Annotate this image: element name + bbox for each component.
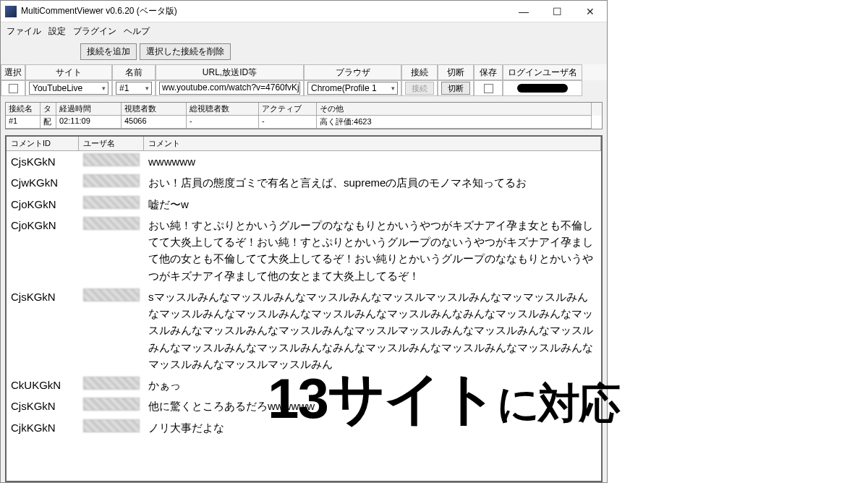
name-dropdown[interactable]: #1: [116, 82, 152, 95]
connection-header: 選択 サイト 名前 URL,放送ID等 ブラウザ 接続 切断 保存 ログインユー…: [1, 64, 607, 80]
comment-text: おい純！すとぷりとかいうグループのななもりとかいうやつがキズナアイ孕ま女とも不倫…: [144, 215, 601, 286]
comment-col-user: ユーザ名: [79, 137, 144, 150]
comment-user: [79, 417, 144, 438]
app-window: MultiCommentViewer v0.6.20 (ベータ版) — ☐ ✕ …: [0, 0, 608, 483]
stats-panel: 接続名 タ 経過時間 視聴者数 総視聴者数 アクティブ その他 #1 配 02:…: [5, 102, 603, 129]
stat-col-other: その他: [317, 103, 592, 116]
comment-text: かぁっ: [144, 374, 601, 395]
stat-active: -: [259, 116, 317, 129]
connect-button[interactable]: 接続: [405, 82, 434, 95]
col-login: ログインユーザ名: [503, 64, 582, 80]
col-name: 名前: [112, 64, 156, 80]
comment-col-text: コメント: [144, 137, 601, 150]
comment-row[interactable]: CjkKGkNノリ大事だよな: [7, 417, 601, 438]
menu-help[interactable]: ヘルプ: [124, 25, 150, 38]
disconnect-button[interactable]: 切断: [441, 82, 470, 95]
minimize-button[interactable]: —: [507, 1, 540, 22]
comments-panel: コメントID ユーザ名 コメント CjsKGkNwwwwwwCjwKGkNおい！…: [5, 135, 603, 482]
comment-user: [79, 151, 144, 172]
comments-body[interactable]: CjsKGkNwwwwwwCjwKGkNおい！店員の態度ゴミで有名と言えば、su…: [7, 151, 601, 481]
comment-row[interactable]: CjsKGkNwwwwww: [7, 151, 601, 172]
comment-id: CjwKGkN: [7, 172, 79, 193]
comment-id: CjsKGkN: [7, 151, 79, 172]
comment-id: CjsKGkN: [7, 286, 79, 374]
user-redacted: [83, 153, 140, 166]
col-disconnect: 切断: [438, 64, 474, 80]
login-user-redacted: [517, 84, 568, 93]
close-button[interactable]: ✕: [574, 1, 607, 22]
stat-col-type: タ: [41, 103, 56, 116]
stat-viewers: 45066: [122, 116, 187, 129]
comment-col-id: コメントID: [7, 137, 79, 150]
user-redacted: [83, 217, 140, 230]
comment-text: ノリ大事だよな: [144, 417, 601, 438]
stat-total: -: [187, 116, 259, 129]
comment-user: [79, 395, 144, 416]
comment-id: CkUKGkN: [7, 374, 79, 395]
stat-other: 高く評価:4623: [317, 116, 592, 129]
app-icon: [5, 6, 17, 17]
col-site: サイト: [25, 64, 112, 80]
save-checkbox[interactable]: [484, 84, 493, 93]
stat-name: #1: [6, 116, 41, 129]
comment-text: 嘘だ〜w: [144, 194, 601, 215]
user-redacted: [83, 288, 140, 301]
stat-col-viewers: 視聴者数: [122, 103, 187, 116]
menubar: ファイル 設定 プラグイン ヘルプ: [1, 22, 607, 40]
col-connect: 接続: [401, 64, 438, 80]
col-browser: ブラウザ: [304, 64, 401, 80]
menu-plugin[interactable]: プラグイン: [73, 25, 116, 38]
comment-user: [79, 194, 144, 215]
select-checkbox[interactable]: [9, 84, 18, 93]
toolbar: 接続を追加 選択した接続を削除: [1, 40, 607, 64]
comment-row[interactable]: CjsKGkNsマッスルみんなマッスルみんなマッスルみんなマッスルマッスルみんな…: [7, 286, 601, 374]
menu-settings[interactable]: 設定: [48, 25, 66, 38]
comment-row[interactable]: CjoKGkNおい純！すとぷりとかいうグループのななもりとかいうやつがキズナアイ…: [7, 215, 601, 286]
maximize-button[interactable]: ☐: [540, 1, 574, 22]
stat-col-total: 総視聴者数: [187, 103, 259, 116]
add-connection-button[interactable]: 接続を追加: [80, 43, 137, 60]
comment-id: CjkKGkN: [7, 417, 79, 438]
user-redacted: [83, 419, 140, 432]
comment-text: sマッスルみんなマッスルみんなマッスルみんなマッスルマッスルみんなマッマッスルみ…: [144, 286, 601, 374]
stat-col-name: 接続名: [6, 103, 41, 116]
comment-user: [79, 286, 144, 374]
stat-col-active: アクティブ: [259, 103, 317, 116]
delete-connection-button[interactable]: 選択した接続を削除: [140, 43, 231, 60]
user-redacted: [83, 398, 140, 411]
connection-row: YouTubeLive #1 ww.youtube.com/watch?v=47…: [1, 80, 607, 96]
menu-file[interactable]: ファイル: [7, 25, 41, 38]
stat-elapsed: 02:11:09: [56, 116, 122, 129]
browser-dropdown[interactable]: Chrome(Profile 1: [307, 82, 398, 95]
stat-type: 配: [41, 116, 56, 129]
titlebar: MultiCommentViewer v0.6.20 (ベータ版) — ☐ ✕: [1, 1, 607, 22]
comment-user: [79, 215, 144, 286]
user-redacted: [83, 174, 140, 187]
comment-id: CjsKGkN: [7, 395, 79, 416]
stats-row: #1 配 02:11:09 45066 - - 高く評価:4623: [6, 116, 602, 129]
comment-row[interactable]: CkUKGkNかぁっ: [7, 374, 601, 395]
comment-row[interactable]: CjoKGkN嘘だ〜w: [7, 194, 601, 215]
user-redacted: [83, 196, 140, 209]
col-select: 選択: [1, 64, 25, 80]
comment-user: [79, 172, 144, 193]
window-title: MultiCommentViewer v0.6.20 (ベータ版): [21, 5, 507, 17]
site-dropdown[interactable]: YouTubeLive: [29, 82, 109, 95]
comment-text: 他に驚くところあるだろwwwwww: [144, 395, 601, 416]
comment-id: CjoKGkN: [7, 194, 79, 215]
url-input[interactable]: ww.youtube.com/watch?v=4760fvKjong: [159, 82, 300, 95]
stat-col-elapsed: 経過時間: [56, 103, 122, 116]
comment-text: wwwwww: [144, 151, 601, 172]
comment-text: おい！店員の態度ゴミで有名と言えば、supremeの店員のモノマネ知ってるお: [144, 172, 601, 193]
col-save: 保存: [474, 64, 503, 80]
comment-row[interactable]: CjwKGkNおい！店員の態度ゴミで有名と言えば、supremeの店員のモノマネ…: [7, 172, 601, 193]
comment-row[interactable]: CjsKGkN他に驚くところあるだろwwwwww: [7, 395, 601, 416]
comment-user: [79, 374, 144, 395]
col-url: URL,放送ID等: [156, 64, 304, 80]
user-redacted: [83, 377, 140, 390]
comment-id: CjoKGkN: [7, 215, 79, 286]
